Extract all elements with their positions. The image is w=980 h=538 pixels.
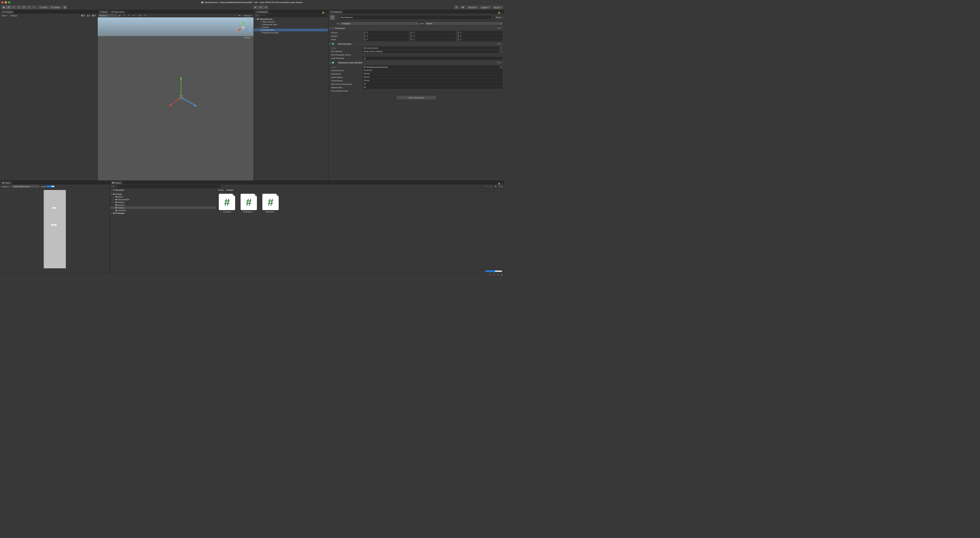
rotation-x[interactable]: 0 [366,35,409,37]
inspector-tab[interactable]: iInspector [329,10,343,14]
favorites-folder[interactable]: ▸★ Favorites [110,188,216,192]
folder-playfabsdk[interactable]: ▸PlayFabSDK [110,198,216,201]
static-checkbox[interactable] [492,16,495,19]
status-cache-icon[interactable]: ⊘ [497,273,499,276]
scene-fx[interactable] [131,14,137,17]
game-tab[interactable]: Game [0,181,12,185]
menu-icon[interactable]: ⋮ [501,27,503,30]
scene-lighting[interactable] [122,14,126,17]
inputmodule-enabled[interactable] [335,62,337,64]
scene-viewport[interactable]: x y z ≤ Persp [98,18,253,180]
drag-threshold-field[interactable]: 10 [363,57,503,60]
project-search[interactable] [115,185,221,188]
breadcrumb-scripts[interactable]: Scripts [227,188,234,191]
folder-plugins[interactable]: ▸Plugins [110,201,216,204]
folder-unityads[interactable]: UnityAds [110,209,216,212]
menu-icon[interactable]: ⋮ [501,62,503,64]
preset-icon[interactable]: ⇄ [498,43,500,45]
rect-tool[interactable] [21,5,27,9]
scene-2d[interactable]: 2D [118,14,122,17]
project-create[interactable]: + [111,185,115,188]
hierarchy-tab[interactable]: Hierarchy [254,10,269,14]
orientation-gizmo[interactable]: x y z [235,19,252,36]
packages-folder[interactable]: ▸Packages [110,212,216,214]
move-gizmo[interactable] [162,62,213,113]
scene-gizmos[interactable]: Gizmos [243,14,253,17]
preset-icon[interactable]: ⇄ [498,62,500,64]
console-collapse[interactable]: Collapse [9,14,18,17]
cancel-field[interactable]: Cancel [363,79,503,82]
folder-scenes[interactable]: Scenes [110,204,216,206]
status-bug-icon[interactable]: 🐞 [489,273,492,276]
window-maximize[interactable] [8,2,10,3]
cloud-button[interactable] [460,5,466,9]
rotation-z[interactable]: 0 [460,35,503,37]
hierarchy-item-canvas[interactable]: ▸Canvas [254,26,328,29]
preset-icon[interactable]: ⇄ [498,27,500,30]
asset-rewarded[interactable]: #Rewarded... [262,194,279,213]
pause-button[interactable] [258,5,263,9]
tag-dropdown[interactable]: Untagged [340,22,418,25]
project-tab[interactable]: Project [110,181,123,185]
position-y[interactable]: 0 [413,31,456,34]
window-minimize[interactable] [5,2,7,3]
game-resolution[interactable]: 1920x1080 Portrait [12,185,40,188]
inspector-lock[interactable]: 🔓 [498,11,501,14]
transform-header[interactable]: ▼ Transform ?⇄⋮ [328,27,504,30]
send-nav-checkbox[interactable] [363,54,365,56]
menu-icon[interactable]: ⋮ [501,43,503,45]
hand-tool[interactable] [1,5,6,9]
project-favorite[interactable]: ★ [494,185,498,188]
scale-tool[interactable] [16,5,21,9]
rotate-tool[interactable] [11,5,16,9]
force-checkbox[interactable] [363,89,365,92]
hierarchy-item-light[interactable]: Directional Light [254,23,328,26]
project-filter-label[interactable] [489,185,493,188]
hierarchy-options[interactable]: ⋮ [325,11,327,14]
hierarchy-lock[interactable]: 🔓 [322,11,325,14]
scene-shading[interactable]: Shaded [98,14,117,17]
assets-folder[interactable]: ▼Assets [110,193,216,195]
folder-editor[interactable]: ▸Editor [110,195,216,198]
asset-playfabcontroller[interactable]: #PlayFabCo... [240,194,257,213]
rotation-y[interactable]: 0 [413,35,456,37]
project-options[interactable]: ⋮ [501,182,503,185]
asset-store-tab[interactable]: Asset Store [109,10,126,14]
project-hidden[interactable]: 9 [498,185,503,188]
breadcrumb-assets[interactable]: Assets [218,188,224,191]
project-lock[interactable]: 🔓 [498,182,501,185]
scene-audio[interactable] [127,14,130,17]
inspector-options[interactable]: ⋮ [501,11,503,14]
project-filter-type[interactable] [484,185,488,188]
layer-dropdown[interactable]: Default [425,22,503,25]
position-x[interactable]: 0 [366,31,409,34]
gameobject-icon[interactable] [330,14,335,20]
status-progress-icon[interactable]: ◐ [501,273,503,276]
hierarchy-item-camera[interactable]: Main Camera [254,21,328,23]
game-viewport[interactable]: Reload Get Reward!! [0,188,110,273]
hierarchy-item-eventsystem[interactable]: EventSystem [254,29,328,31]
custom-tools[interactable] [32,5,37,9]
layers-dropdown[interactable]: Layers [480,5,491,9]
scene-tab[interactable]: #Scene [98,10,109,14]
scene-camera[interactable] [237,14,243,17]
scene-hidden[interactable]: 0 [137,14,142,17]
object-picker[interactable]: ⊙ [500,47,503,49]
pivot-toggle[interactable]: Pivot [38,5,49,9]
console-tab[interactable]: Console [0,10,14,14]
v-axis-field[interactable]: Vertical [363,72,503,75]
game-options[interactable]: ⋮ [105,182,110,185]
first-selected-field[interactable]: None (Game Object) [363,50,499,53]
repeat-field[interactable]: 0.5 [363,86,503,89]
global-toggle[interactable]: Global [49,5,61,9]
h-axis-field[interactable]: Horizontal [363,69,503,72]
help-icon[interactable]: ? [497,62,498,64]
console-clear[interactable]: Clear [1,14,8,17]
layout-dropdown[interactable]: Layout [492,5,503,9]
move-tool[interactable] [6,5,11,9]
transform-tool[interactable] [27,5,32,9]
scene-options[interactable]: ⋮ [250,11,253,14]
help-icon[interactable]: ? [497,43,498,45]
gameobject-name[interactable]: EventSystem [340,16,492,19]
console-error-count[interactable]: 0 [92,14,97,17]
